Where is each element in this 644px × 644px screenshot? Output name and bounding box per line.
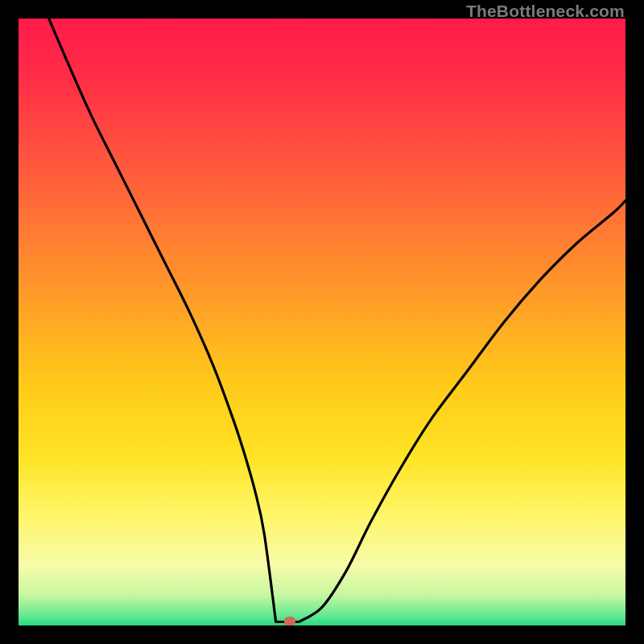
chart-frame: TheBottleneck.com [0,0,644,644]
plot-area [19,19,625,625]
plot-svg [19,19,625,625]
gradient-background [19,19,625,625]
watermark-label: TheBottleneck.com [466,2,625,21]
bottleneck-marker [284,617,295,625]
